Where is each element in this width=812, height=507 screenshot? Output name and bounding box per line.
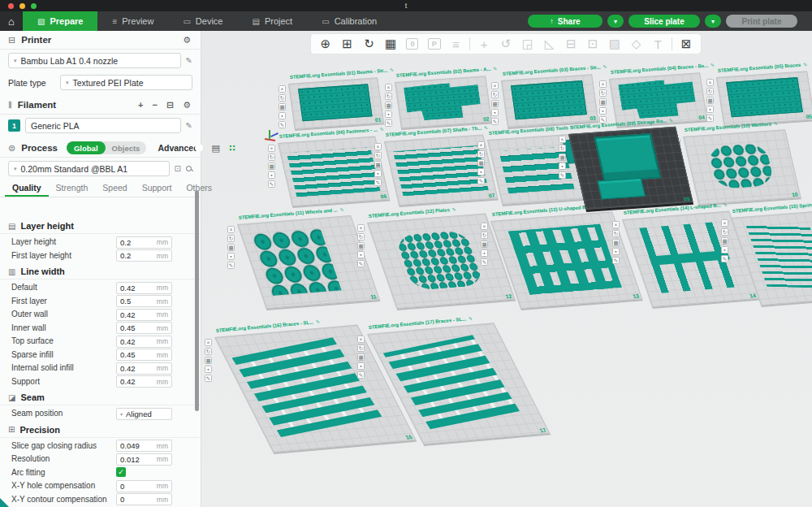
plate-settings-icon[interactable]: ▦ (268, 162, 275, 170)
plate-surface[interactable]: 10 (683, 129, 801, 205)
plate-arrange-icon[interactable]: ↻ (559, 145, 566, 152)
plate-arrange-icon[interactable]: ↻ (721, 228, 728, 236)
plate-lock-icon[interactable]: ▪ (491, 109, 499, 116)
plate-objects[interactable] (746, 225, 812, 288)
process-compare-icon[interactable]: ∷ (227, 143, 237, 154)
setting-input[interactable]: 0mm (116, 480, 172, 492)
plate-name-icon[interactable]: ✎ (205, 375, 212, 382)
plate-surface[interactable]: 02 (395, 76, 492, 128)
plate-title[interactable]: STEMFIE.org Essentials (01) Beams - Str.… (290, 67, 394, 80)
plate-name-icon[interactable]: ✎ (374, 179, 382, 186)
slice-options-button[interactable]: ▾ (607, 15, 624, 28)
plate-objects[interactable] (298, 84, 373, 121)
assembly-view-icon[interactable]: ⊠ (678, 36, 694, 52)
plate-lock-icon[interactable]: ▪ (357, 362, 365, 370)
slice-plate-button[interactable]: Slice plate (628, 15, 700, 28)
process-list-icon[interactable]: ▤ (210, 143, 222, 154)
plate-objects[interactable] (394, 229, 486, 291)
move-icon[interactable]: + (476, 36, 492, 52)
plate-objects[interactable] (706, 142, 775, 189)
plate-surface[interactable]: 05 (716, 71, 812, 126)
plate-name-icon[interactable]: ✎ (481, 258, 488, 266)
plate-03[interactable]: STEMFIE.org Essentials (03) Braces - Str… (501, 80, 592, 128)
plate-07[interactable]: STEMFIE.org Essentials (07) Shafts - Th.… (384, 141, 483, 206)
setting-input[interactable]: 0.049mm (116, 440, 172, 452)
plate-arrange-icon[interactable]: ↻ (357, 233, 365, 240)
plate-lock-icon[interactable]: ▪ (706, 106, 714, 113)
process-tab-strength[interactable]: Strength (49, 180, 96, 197)
plate-lock-icon[interactable]: ▪ (559, 162, 566, 170)
plate-13[interactable]: STEMFIE.org Essentials (13) U-shaped B..… (490, 221, 612, 309)
preset-save-icon[interactable]: ⊡ (175, 164, 181, 173)
plate-name-icon[interactable]: ✎ (706, 115, 714, 122)
plate-lock-icon[interactable]: ▪ (477, 168, 485, 176)
plate-name-icon[interactable]: ✎ (279, 121, 286, 128)
plate-close-icon[interactable]: × (268, 145, 275, 152)
plate-close-icon[interactable]: × (227, 226, 235, 233)
plate-close-icon[interactable]: × (374, 143, 382, 150)
split-horizontal-icon[interactable]: ⊟ (563, 36, 579, 52)
setting-input[interactable]: 0.45mm (116, 322, 172, 334)
plate-surface[interactable]: 03 (501, 74, 598, 128)
setting-input[interactable]: 0.2mm (116, 236, 172, 249)
sidebar-scrollbar[interactable] (195, 190, 199, 411)
setting-input[interactable]: 0.45mm (116, 349, 172, 361)
plate-arrange-icon[interactable]: ↻ (268, 154, 275, 161)
plate-name-icon[interactable]: ✎ (491, 118, 499, 125)
plate-close-icon[interactable]: × (357, 224, 365, 232)
plate-settings-icon[interactable]: ▦ (357, 353, 365, 361)
plate-lock-icon[interactable]: ▪ (721, 246, 728, 254)
plate-close-icon[interactable]: × (357, 336, 365, 343)
preset-search-icon[interactable] (186, 166, 192, 172)
setting-input[interactable]: 0mm (116, 493, 172, 505)
plate-02[interactable]: STEMFIE.org Essentials (02) Beams - A...… (395, 82, 486, 128)
tab-preview[interactable]: ≡Preview (97, 11, 168, 31)
plate-settings-icon[interactable]: ▦ (612, 239, 620, 246)
plate-arrange-icon[interactable]: ↻ (227, 235, 235, 242)
plate-settings-icon[interactable]: ▦ (385, 102, 392, 109)
plate-surface[interactable]: 09 (568, 127, 693, 210)
printer-settings-gear-icon[interactable]: ⚙ (181, 35, 192, 46)
plate-name-icon[interactable]: ✎ (357, 371, 365, 379)
plate-arrange-icon[interactable]: ↻ (481, 232, 488, 239)
scale-icon[interactable]: ◲ (520, 36, 536, 52)
plate-close-icon[interactable]: × (612, 221, 620, 228)
plate-lock-icon[interactable]: ▪ (385, 110, 392, 118)
printer-select[interactable]: ▾ Bambu Lab A1 0.4 nozzle (8, 53, 181, 68)
plate-16[interactable]: STEMFIE.org Essentials (16) Braces - SL.… (214, 337, 357, 453)
plate-11[interactable]: STEMFIE.org Essentials (11) Wheels and .… (237, 224, 351, 309)
plate-close-icon[interactable]: × (559, 136, 566, 143)
print-options-button[interactable]: ▾ (705, 15, 721, 28)
setting-input[interactable]: 0.2mm (116, 249, 172, 262)
remove-filament-icon[interactable]: − (150, 100, 158, 110)
tab-prepare[interactable]: ▧Prepare (23, 11, 97, 31)
plate-objects[interactable] (287, 147, 380, 197)
plate-lock-icon[interactable]: ▪ (268, 171, 275, 179)
tab-project[interactable]: ▤Project (237, 11, 307, 31)
plate-objects[interactable] (594, 133, 661, 182)
plate-settings-icon[interactable]: ▦ (357, 242, 365, 249)
3d-viewport[interactable]: ⊕⊞↻▦0P≡+↺◲◺⊟⊡▨◇T⊠ STEMFIE.org Essentials… (201, 31, 812, 507)
plate-settings-icon[interactable]: ▦ (481, 240, 488, 248)
process-tab-others[interactable]: Others (179, 180, 219, 197)
tab-device[interactable]: ▭Device (168, 11, 237, 31)
plate-objects[interactable] (508, 224, 622, 295)
plate-name-icon[interactable]: ✎ (268, 180, 275, 188)
plate-arrange-icon[interactable]: ↻ (706, 88, 714, 95)
plate-close-icon[interactable]: × (706, 79, 714, 86)
plate-name-icon[interactable]: ✎ (385, 119, 392, 127)
add-model-icon[interactable]: ⊕ (317, 36, 334, 52)
filament-settings-gear-icon[interactable]: ⚙ (181, 100, 192, 110)
fill-color-icon[interactable]: ▨ (607, 36, 623, 52)
plate-14[interactable]: STEMFIE.org Essentials (14) L-shaped B..… (622, 219, 729, 307)
plate-settings-icon[interactable]: ▦ (279, 103, 286, 110)
plate-arrange-icon[interactable]: ↻ (477, 150, 485, 158)
plate-objects[interactable] (726, 77, 803, 117)
plate-lock-icon[interactable]: ▪ (374, 170, 382, 177)
plate-name-icon[interactable]: ✎ (357, 260, 365, 267)
setting-input[interactable]: 0.42mm (116, 375, 172, 388)
plate-arrange-icon[interactable]: ↻ (491, 91, 499, 98)
add-text-icon[interactable]: T (650, 36, 666, 52)
plate-arrange-icon[interactable]: ↻ (357, 344, 365, 352)
plate-lock-icon[interactable]: ▪ (599, 107, 607, 115)
